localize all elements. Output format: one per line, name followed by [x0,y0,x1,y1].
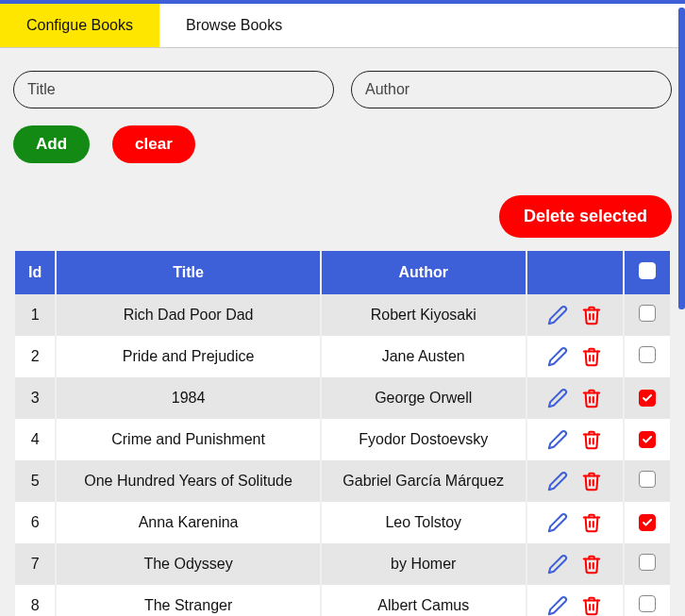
header-title: Title [57,251,319,294]
table-row: 2Pride and PrejudiceJane Austen [15,336,670,377]
delete-icon[interactable] [581,429,602,450]
edit-icon[interactable] [547,429,568,450]
table-row: 8The StrangerAlbert Camus [15,585,670,616]
cell-title: Crime and Punishment [57,419,319,460]
title-input[interactable] [13,71,334,108]
cell-author: by Homer [322,543,526,585]
cell-title: 1984 [57,377,319,419]
row-checkbox[interactable] [639,554,656,571]
cell-id: 7 [15,543,55,585]
edit-icon[interactable] [547,388,568,408]
form-area: Add clear [0,48,685,173]
cell-checkbox [625,543,670,585]
table-row: 1Rich Dad Poor DadRobert Kiyosaki [15,294,670,336]
add-button[interactable]: Add [13,125,90,163]
cell-author: Leo Tolstoy [322,502,526,543]
cell-author: Robert Kiyosaki [322,294,526,336]
edit-icon[interactable] [547,346,568,367]
row-checkbox[interactable] [639,471,656,488]
tabs-bar: Configue Books Browse Books [0,4,685,48]
author-input[interactable] [351,71,672,108]
cell-checkbox [625,377,670,419]
header-check [625,251,670,294]
cell-author: Gabriel García Márquez [322,460,526,502]
table-row: 5One Hundred Years of SolitudeGabriel Ga… [15,460,670,502]
select-all-checkbox[interactable] [639,262,656,279]
cell-author: Jane Austen [322,336,526,377]
delete-icon[interactable] [581,471,602,491]
table-row: 4Crime and PunishmentFyodor Dostoevsky [15,419,670,460]
edit-icon[interactable] [547,471,568,491]
delete-icon[interactable] [581,512,602,533]
edit-icon[interactable] [547,305,568,325]
cell-checkbox [625,419,670,460]
tab-browse-books[interactable]: Browse Books [159,4,309,47]
header-id: Id [15,251,55,294]
cell-title: Anna Karenina [57,502,319,543]
row-checkbox[interactable] [639,431,656,448]
cell-title: The Stranger [57,585,319,616]
cell-id: 3 [15,377,55,419]
table-header-row: Id Title Author [15,251,670,294]
edit-icon[interactable] [547,554,568,574]
cell-checkbox [625,336,670,377]
delete-icon[interactable] [581,388,602,408]
row-checkbox[interactable] [639,514,656,531]
edit-icon[interactable] [547,595,568,616]
cell-checkbox [625,460,670,502]
books-table: Id Title Author 1Rich Dad Poor DadRobert… [13,251,672,616]
cell-actions [527,336,623,377]
cell-id: 8 [15,585,55,616]
edit-icon[interactable] [547,512,568,533]
scrollbar[interactable] [678,8,685,309]
cell-author: Albert Camus [322,585,526,616]
delete-icon[interactable] [581,305,602,325]
table-row: 7The Odysseyby Homer [15,543,670,585]
table-row: 6Anna KareninaLeo Tolstoy [15,502,670,543]
delete-icon[interactable] [581,346,602,367]
row-checkbox[interactable] [639,595,656,612]
cell-id: 2 [15,336,55,377]
cell-actions [527,419,623,460]
cell-id: 1 [15,294,55,336]
tab-configure-books[interactable]: Configue Books [0,4,159,47]
clear-button[interactable]: clear [112,125,195,163]
cell-title: The Odyssey [57,543,319,585]
row-checkbox[interactable] [639,305,656,322]
cell-actions [527,585,623,616]
row-checkbox[interactable] [639,390,656,407]
cell-id: 5 [15,460,55,502]
cell-author: Fyodor Dostoevsky [322,419,526,460]
cell-actions [527,377,623,419]
delete-selected-button[interactable]: Delete selected [499,195,672,238]
cell-actions [527,502,623,543]
cell-actions [527,294,623,336]
header-actions [527,251,623,294]
row-checkbox[interactable] [639,346,656,363]
cell-title: One Hundred Years of Solitude [57,460,319,502]
header-author: Author [322,251,526,294]
cell-checkbox [625,585,670,616]
cell-actions [527,460,623,502]
table-row: 31984George Orwell [15,377,670,419]
cell-actions [527,543,623,585]
cell-checkbox [625,294,670,336]
cell-title: Pride and Prejudice [57,336,319,377]
cell-title: Rich Dad Poor Dad [57,294,319,336]
delete-icon[interactable] [581,595,602,616]
cell-id: 6 [15,502,55,543]
delete-icon[interactable] [581,554,602,574]
cell-checkbox [625,502,670,543]
cell-author: George Orwell [322,377,526,419]
cell-id: 4 [15,419,55,460]
